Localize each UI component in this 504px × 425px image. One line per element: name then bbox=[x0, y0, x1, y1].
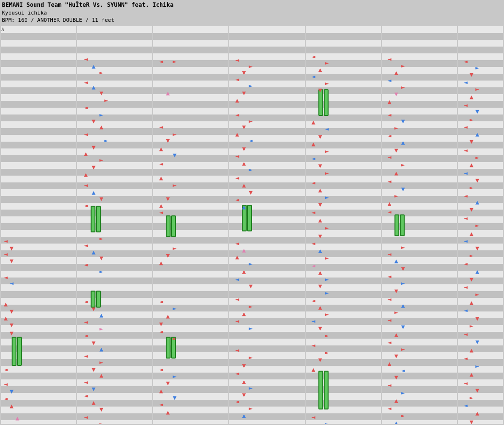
column-2: ◄ ▲ ► ◄ ▲ ▼ ► ◄ ► ▼ ▲ ◄ ► ▼ ▲ ► ▼ ▲ ◄ ▲ … bbox=[77, 26, 152, 424]
song-title: BEMANI Sound Team "HuÎteR Vs. SYUNN" fea… bbox=[2, 1, 502, 9]
column-6: ◄ ► ▲ ◄ ► ▼ ▲ ◄ ▼ ► ◄ ▲ ▼ ◄ ► ▲ ◄ ▼ ► ▲ … bbox=[382, 26, 457, 424]
header: BEMANI Sound Team "HuÎteR Vs. SYUNN" fea… bbox=[0, 0, 504, 25]
column-5: ◄ ► ▲ ◄ ► ▼ ▲ ◄ ▼ ▲ ► ◄ ▼ ► ◄ ▲ ► ▼ ◄ ▲ … bbox=[306, 26, 381, 424]
chart-container: A ◄ ▼ ◄ ▼ ◄ ◄ ▲ ▼ ▲ ▼ ▼ ◄ ◄ ▼ ◄ ▲ ▲ bbox=[0, 25, 504, 425]
column-3: ◄ ► ▲ ◄ ► ▼ ▲ ▼ ◄ ▲ ► ▼ ▲ ◄ ► ▼ ▲ ◄ ► ▲ … bbox=[153, 26, 228, 424]
column-1: A ◄ ▼ ◄ ▼ ◄ ◄ ▲ ▼ ▲ ▼ ▼ ◄ ◄ ▼ ◄ ▲ ▲ bbox=[1, 26, 76, 424]
chart-info: BPM: 160 / ANOTHER DOUBLE / 11 feet bbox=[2, 16, 502, 24]
artist: Kyousui ichika bbox=[2, 9, 502, 16]
column-7: ◄ ► ▼ ◄ ► ▲ ◄ ▼ ► ◄ ▲ ▼ ◄ ► ▲ ◄ ▼ ► ◄ ▲ … bbox=[458, 26, 503, 424]
column-4: ◄ ► ▼ ◄ ► ▼ ▲ ◄ ► ▼ ▲ ◄ ▼ ◄ ▲ ► ◄ ▲ ▼ ◄ … bbox=[229, 26, 304, 424]
